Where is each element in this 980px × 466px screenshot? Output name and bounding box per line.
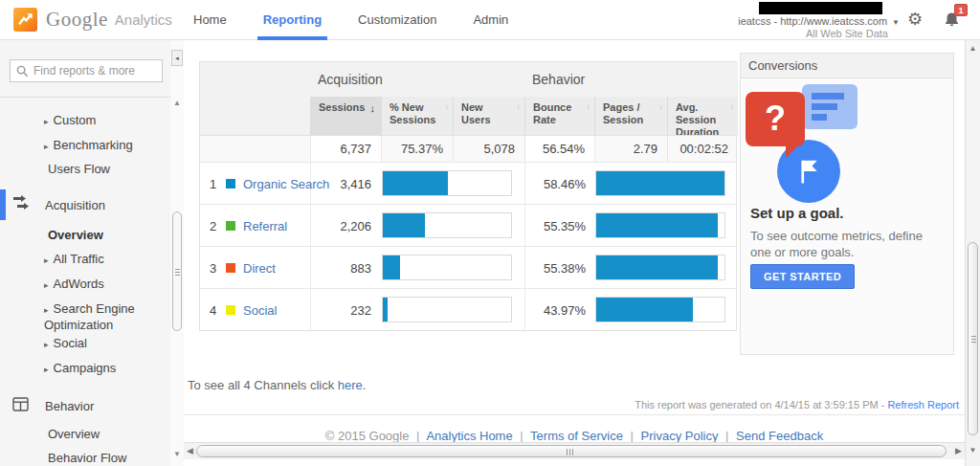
search-icon [15, 64, 30, 82]
bounce-rate-bar [595, 255, 725, 280]
sidebar-item-users-flow[interactable]: Users Flow [48, 162, 110, 176]
bounce-rate-value: 43.97% [523, 303, 586, 318]
bar-fill [383, 298, 388, 322]
channel-link[interactable]: Referral [243, 219, 287, 233]
sessions-bar [382, 170, 512, 196]
sessions-value: 883 [308, 261, 371, 276]
row-rank: 4 [210, 303, 216, 318]
footer-link-feedback[interactable]: Send Feedback [736, 429, 823, 443]
scroll-up-icon[interactable]: ▲ [170, 99, 184, 107]
row-rank: 3 [210, 261, 216, 276]
sort-icon: ↓ [517, 100, 522, 113]
scroll-right-icon[interactable]: ▶ [955, 446, 962, 455]
channel-link[interactable]: Social [243, 303, 277, 318]
column-header-sessions[interactable]: Sessions↓ [310, 97, 381, 135]
horizontal-scrollbar-thumb[interactable] [196, 445, 947, 457]
vertical-scrollbar[interactable]: ▲ ▼ [965, 40, 980, 466]
total-pages-session: 2.79 [594, 136, 667, 163]
get-started-button[interactable]: GET STARTED [750, 264, 855, 289]
scrollbar-grip [175, 268, 180, 276]
bar-fill [383, 213, 425, 237]
vertical-scrollbar-thumb[interactable] [968, 242, 978, 435]
sidebar-item-behavior-overview[interactable]: Overview [48, 427, 100, 441]
nav-home[interactable]: Home [188, 0, 233, 40]
column-header-new-sessions[interactable]: % New Sessions↓ [381, 97, 453, 135]
bubble-line [812, 93, 844, 100]
column-header-bounce-rate[interactable]: Bounce Rate↓ [524, 97, 594, 135]
scrollbar-grip [971, 335, 976, 343]
nav-customization[interactable]: Customization [352, 0, 442, 40]
sidebar-item-acquisition[interactable]: Acquisition [45, 198, 105, 212]
row-rank: 1 [210, 177, 216, 191]
sidebar-item-custom[interactable]: ▸Custom [44, 113, 96, 127]
collapse-sidebar-icon[interactable]: ◂ [171, 50, 183, 66]
sidebar-item-acquisition-overview[interactable]: Overview [48, 228, 103, 242]
total-sessions: 6,737 [310, 136, 381, 163]
channel-link[interactable]: Direct [243, 261, 276, 276]
scroll-down-icon[interactable]: ▼ [170, 450, 184, 458]
sidebar-scrollbar-thumb[interactable] [172, 211, 182, 331]
page-footer: © 2015 Google | Analytics Home | Terms o… [184, 429, 965, 443]
bounce-rate-value: 55.38% [523, 261, 586, 276]
scrollbar-grip [567, 449, 575, 455]
sidebar-item-all-traffic[interactable]: ▸All Traffic [44, 252, 104, 266]
table-row: 2 Referral 2,206 55.35% [200, 204, 736, 246]
sidebar-item-behavior-flow[interactable]: Behavior Flow [48, 451, 126, 465]
sessions-bar [382, 297, 512, 322]
product-name: Analytics [115, 11, 172, 28]
sessions-value: 232 [308, 303, 371, 318]
expand-arrow-icon: ▸ [44, 142, 49, 151]
list-bubble-icon [802, 84, 858, 129]
sidebar-item-seo[interactable]: ▸Search Engine Optimization [44, 301, 159, 333]
redacted-account-block [759, 2, 882, 14]
channel-color-chip [226, 305, 235, 315]
channels-footnote: To see all 4 Channels click here. [188, 378, 366, 392]
scroll-up-icon[interactable]: ▲ [966, 44, 980, 53]
sessions-value: 3,416 [308, 177, 371, 191]
bar-fill [383, 255, 400, 279]
account-property-selector[interactable]: ieatcss - http://www.ieatcss.com▼ [727, 15, 900, 27]
footer-link-terms[interactable]: Terms of Service [530, 429, 623, 443]
ga-logo[interactable]: Google Analytics [13, 8, 172, 32]
column-header-avg-duration[interactable]: Avg. Session Duration↓ [667, 97, 738, 135]
horizontal-scrollbar[interactable]: ◀ ▶ [184, 442, 965, 459]
sidebar-item-behavior[interactable]: Behavior [45, 399, 94, 413]
nav-reporting[interactable]: Reporting [257, 0, 327, 40]
row-label-header [200, 62, 310, 135]
column-header-new-users[interactable]: New Users↓ [453, 97, 524, 135]
scroll-left-icon[interactable]: ◀ [187, 446, 193, 455]
main-content: Acquisition Behavior Sessions↓ % New Ses… [184, 40, 965, 466]
notification-badge[interactable]: 1 [954, 4, 968, 16]
total-new-sessions: 75.37% [381, 136, 453, 163]
bar-fill [596, 171, 724, 195]
bubble-line [812, 103, 837, 110]
group-header-acquisition: Acquisition [310, 62, 524, 97]
expand-arrow-icon: ▸ [44, 305, 49, 315]
report-generated-info: This report was generated on 4/14/15 at … [635, 399, 959, 411]
total-avg-duration: 00:02:52 [667, 136, 738, 163]
footer-link-privacy[interactable]: Privacy Policy [641, 429, 719, 443]
sidebar-item-benchmarking[interactable]: ▸Benchmarking [44, 138, 133, 152]
refresh-report-link[interactable]: Refresh Report [887, 399, 959, 411]
copyright-text: © 2015 Google [325, 429, 410, 443]
expand-arrow-icon: ▸ [44, 280, 49, 290]
bounce-rate-value: 58.46% [523, 177, 586, 191]
expand-arrow-icon: ▸ [44, 255, 49, 265]
nav-admin[interactable]: Admin [467, 0, 514, 40]
sort-icon: ↓ [730, 100, 735, 113]
footer-divider [184, 414, 965, 415]
sort-icon: ↓ [587, 100, 591, 113]
sidebar-item-adwords[interactable]: ▸AdWords [44, 277, 104, 291]
gear-icon[interactable]: ⚙ [907, 9, 923, 29]
table-row: 4 Social 232 43.97% [200, 288, 736, 330]
sidebar-item-social[interactable]: ▸Social [44, 336, 87, 350]
see-all-channels-link[interactable]: here [338, 378, 363, 392]
report-search [10, 59, 163, 82]
footer-link-analytics-home[interactable]: Analytics Home [426, 429, 512, 443]
scroll-down-icon[interactable]: ▼ [966, 446, 980, 455]
acquisition-icon [12, 195, 30, 213]
behavior-icon [12, 397, 29, 415]
sidebar-item-campaigns[interactable]: ▸Campaigns [44, 361, 116, 375]
column-header-pages-session[interactable]: Pages / Session↓ [594, 97, 667, 135]
search-input[interactable] [33, 60, 160, 81]
